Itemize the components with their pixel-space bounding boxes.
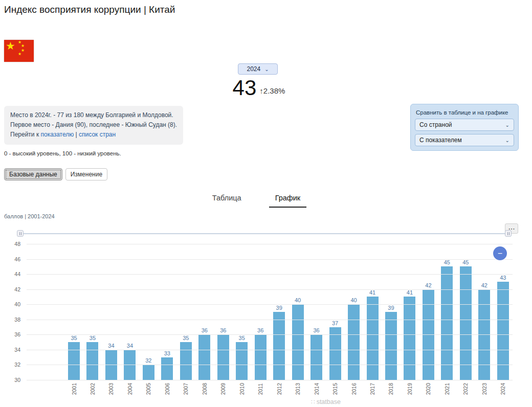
chevron-down-icon: ⌄ — [505, 138, 509, 143]
bar-2006[interactable]: 33 — [161, 357, 173, 380]
bar-2017[interactable]: 41 — [367, 297, 379, 380]
year-select[interactable]: 2024 ⌄ — [238, 63, 278, 75]
links-line: Перейти к показателю | список стран — [10, 130, 177, 140]
bar-value-label: 41 — [367, 289, 379, 296]
x-axis-label-cell: 2003 — [105, 383, 117, 395]
bar-2012[interactable]: 39 — [273, 312, 285, 380]
x-axis-label-cell: 2019 — [404, 383, 415, 395]
bar-2014[interactable]: 36 — [311, 334, 322, 380]
bar-rect — [367, 297, 379, 380]
bar-2019[interactable]: 41 — [404, 297, 415, 380]
gridline — [27, 259, 513, 260]
bar-value-label: 35 — [86, 335, 98, 341]
bar-2011[interactable]: 36 — [255, 334, 267, 380]
bar-rect — [255, 334, 267, 380]
x-axis-label-cell: 2001 — [68, 383, 80, 395]
bar-value-label: 34 — [124, 343, 136, 349]
x-axis-label-cell: 2002 — [86, 383, 98, 395]
bar-2005[interactable]: 32 — [143, 365, 154, 380]
bar-2021[interactable]: 45 — [441, 266, 453, 380]
bar-rect — [180, 342, 192, 380]
bar-value-label: 42 — [478, 282, 490, 288]
bar-rect — [86, 342, 98, 380]
zoom-out-button[interactable]: − — [493, 246, 507, 260]
current-value: 43 — [233, 76, 257, 100]
bars-container: 3535343432333536363536394036374041394142… — [68, 244, 509, 380]
current-value-row: 43 ↑2.38% — [0, 76, 518, 100]
minus-icon: − — [498, 249, 502, 258]
compare-indicator-select[interactable]: С показателем ⌄ — [415, 134, 514, 146]
chevron-down-icon: ⌄ — [505, 122, 509, 128]
bar-2009[interactable]: 36 — [217, 334, 229, 380]
countries-list-link[interactable]: список стран — [79, 131, 116, 138]
chart-units-label: баллов | 2001-2024 — [4, 213, 55, 219]
x-axis-label: 2023 — [481, 383, 487, 395]
x-axis-label: 2020 — [425, 383, 431, 395]
range-slider-track[interactable] — [22, 233, 506, 234]
bar-value-label: 43 — [497, 275, 509, 281]
gridline — [27, 274, 513, 275]
bar-rect — [311, 334, 322, 380]
flag-star-icon: ★ — [6, 40, 15, 51]
bar-2002[interactable]: 35 — [86, 342, 98, 380]
bar-2022[interactable]: 45 — [460, 266, 472, 380]
bar-2016[interactable]: 40 — [348, 304, 360, 380]
gridline — [27, 365, 513, 365]
bar-rect — [273, 312, 285, 380]
gridline — [27, 380, 513, 380]
gridline — [27, 244, 513, 244]
x-axis-label: 2010 — [239, 383, 245, 395]
x-axis-label-cell: 2023 — [478, 383, 490, 395]
compare-country-select[interactable]: Со страной ⌄ — [415, 119, 514, 131]
x-axis-label: 2002 — [90, 383, 96, 395]
range-slider[interactable] — [17, 230, 512, 237]
range-slider-right-handle[interactable] — [505, 230, 512, 237]
bar-rect — [198, 334, 210, 380]
x-axis-label-cell: 2015 — [329, 383, 341, 395]
base-data-button[interactable]: Базовые данные — [4, 168, 62, 180]
bar-value-label: 36 — [311, 327, 322, 333]
compare-panel: Сравнить в таблице и на графике Со стран… — [410, 104, 519, 151]
link-separator: | — [74, 131, 79, 138]
tab-chart[interactable]: График — [269, 190, 307, 208]
x-axis-label-cell: 2006 — [161, 383, 173, 395]
grip-icon — [507, 232, 509, 235]
x-axis-label: 2014 — [314, 383, 320, 395]
y-axis-tick: 32 — [5, 361, 20, 368]
rank-info-box: Место в 2024г. - 77 из 180 между Болгари… — [4, 106, 183, 145]
x-axis-label-cell: 2021 — [441, 383, 453, 395]
bar-rect — [404, 297, 415, 380]
tab-table[interactable]: Таблица — [206, 190, 248, 208]
change-button[interactable]: Изменение — [65, 168, 107, 180]
y-axis-tick: 38 — [5, 316, 20, 323]
bar-2008[interactable]: 36 — [198, 334, 210, 380]
plot-area: 3535343432333536363536394036374041394142… — [27, 244, 513, 380]
year-select-value: 2024 — [247, 65, 260, 73]
x-axis-label-cell: 2009 — [217, 383, 229, 395]
flag-star-icon: ★ — [18, 52, 21, 56]
bar-rect — [385, 312, 397, 380]
x-axis-label-cell: 2005 — [143, 383, 154, 395]
x-axis-label: 2008 — [202, 383, 208, 395]
bar-value-label: 42 — [423, 282, 434, 288]
x-axis-label-cell: 2007 — [180, 383, 192, 395]
bar-2001[interactable]: 35 — [68, 342, 80, 380]
indicator-link[interactable]: показателю — [40, 131, 74, 138]
bar-2007[interactable]: 35 — [180, 342, 192, 380]
bar-value-label: 39 — [273, 305, 285, 311]
bar-rect — [441, 266, 453, 380]
range-slider-left-handle[interactable] — [17, 230, 24, 237]
x-axis-label: 2003 — [108, 383, 114, 395]
x-axis-label: 2019 — [407, 383, 413, 395]
x-axis-label-cell: 2016 — [348, 383, 360, 395]
chevron-down-icon: ⌄ — [264, 66, 269, 72]
x-axis-label-cell: 2004 — [124, 383, 136, 395]
bar-value-label: 39 — [385, 305, 397, 311]
y-axis-tick: 48 — [5, 241, 20, 247]
page-title: Индекс восприятия коррупции | Китай — [4, 4, 175, 15]
bar-2018[interactable]: 39 — [385, 312, 397, 380]
bar-2013[interactable]: 40 — [292, 304, 304, 380]
extremes-line: Первое место - Дания (90), последнее - Ю… — [10, 120, 177, 130]
x-axis-label: 2004 — [127, 383, 133, 395]
bar-2010[interactable]: 35 — [236, 342, 248, 380]
